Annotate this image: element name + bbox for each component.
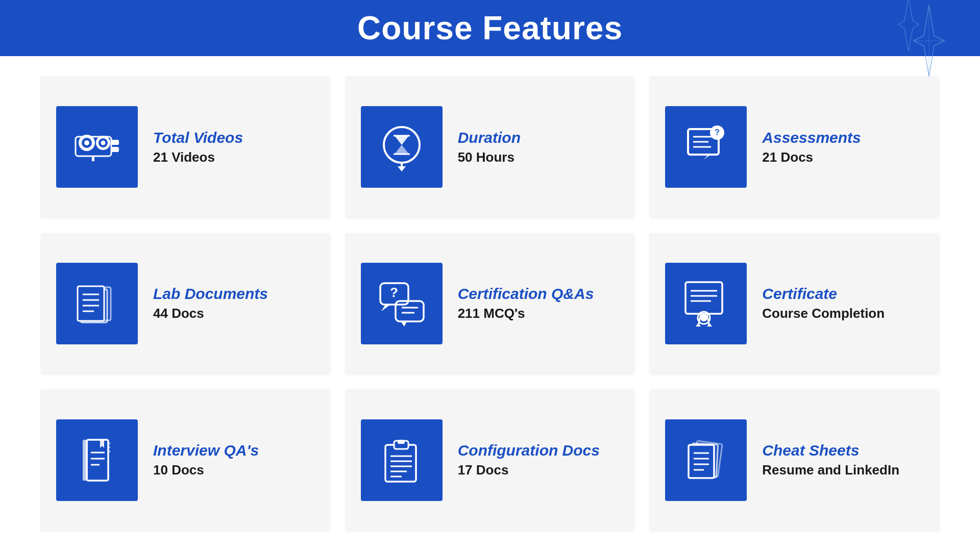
assessments-subtitle: 21 Docs [762,149,861,165]
book-icon [71,435,122,486]
clipboard-icon [376,435,427,486]
feature-card-certification-qas: ? Certification Q&As 211 MCQ's [346,233,635,374]
assessments-text: Assessments 21 Docs [762,129,861,165]
assessments-icon-box: ? [665,106,747,188]
cheat-sheets-title: Cheat Sheets [762,442,899,459]
configuration-docs-icon-box [361,419,443,501]
clock-icon [376,121,427,172]
cheat-sheets-subtitle: Resume and LinkedIn [762,462,899,478]
certification-qas-title: Certification Q&As [458,285,594,303]
assessments-title: Assessments [762,129,861,146]
svg-rect-62 [398,440,405,444]
configuration-docs-subtitle: 17 Docs [458,462,600,478]
svg-rect-12 [111,147,119,152]
documents-icon [71,278,122,329]
certificate-title: Certificate [762,285,885,303]
certification-qas-subtitle: 211 MCQ's [458,306,594,321]
certification-qas-text: Certification Q&As 211 MCQ's [458,285,594,321]
certificate-icon-box [665,263,747,344]
lab-documents-subtitle: 44 Docs [153,306,268,321]
interview-qas-subtitle: 10 Docs [153,462,259,478]
cheat-sheets-icon-box [665,419,747,501]
svg-rect-11 [111,140,119,145]
total-videos-title: Total Videos [153,129,243,146]
video-icon [71,121,122,172]
page-header: Course Features [0,0,980,56]
duration-icon-box [361,106,443,188]
star-decoration-icon [857,0,949,87]
certification-qas-icon-box: ? [361,263,443,344]
cheat-sheets-text: Cheat Sheets Resume and LinkedIn [762,442,899,478]
svg-marker-36 [381,305,390,311]
lab-documents-title: Lab Documents [153,285,268,303]
svg-marker-59 [100,440,104,448]
duration-subtitle: 50 Hours [458,149,521,165]
lab-documents-text: Lab Documents 44 Docs [153,285,268,321]
svg-rect-51 [87,440,108,481]
duration-text: Duration 50 Hours [458,129,521,165]
feature-card-cheat-sheets: Cheat Sheets Resume and LinkedIn [650,389,939,531]
svg-marker-40 [401,321,407,327]
configuration-docs-text: Configuration Docs 17 Docs [458,442,600,478]
lab-documents-icon-box [56,263,138,344]
svg-rect-29 [78,286,104,321]
feature-card-duration: Duration 50 Hours [346,77,635,218]
features-grid: Total Videos 21 Videos Duration 50 Hours [0,56,980,551]
svg-rect-41 [685,282,722,314]
feature-card-lab-documents: Lab Documents 44 Docs [41,233,330,374]
sheets-icon [680,435,731,486]
certificate-subtitle: Course Completion [762,306,885,321]
svg-rect-70 [689,445,714,478]
svg-marker-15 [395,145,409,154]
svg-point-5 [84,140,89,145]
svg-text:?: ? [390,285,398,300]
svg-marker-19 [398,166,406,171]
qa-icon: ? [376,278,427,329]
total-videos-text: Total Videos 21 Videos [153,129,243,165]
certificate-icon [680,278,731,329]
svg-rect-52 [83,440,88,481]
feature-card-assessments: ? Assessments 21 Docs [650,77,939,218]
feature-card-certificate: Certificate Course Completion [650,233,939,374]
svg-point-8 [101,141,106,145]
interview-qas-text: Interview QA's 10 Docs [153,442,259,478]
svg-point-46 [700,314,707,321]
configuration-docs-title: Configuration Docs [458,442,600,459]
svg-text:?: ? [715,128,720,137]
page-title: Course Features [357,9,623,47]
total-videos-icon-box [56,106,138,188]
feature-card-interview-qas: Interview QA's 10 Docs [41,389,330,531]
svg-marker-14 [395,136,409,145]
feature-card-total-videos: Total Videos 21 Videos [41,77,330,218]
assessment-icon: ? [680,121,731,172]
duration-title: Duration [458,129,521,146]
feature-card-configuration-docs: Configuration Docs 17 Docs [346,389,635,531]
svg-rect-10 [92,156,94,161]
interview-qas-icon-box [56,419,138,501]
interview-qas-title: Interview QA's [153,442,259,459]
certificate-text: Certificate Course Completion [762,285,885,321]
total-videos-subtitle: 21 Videos [153,149,243,165]
